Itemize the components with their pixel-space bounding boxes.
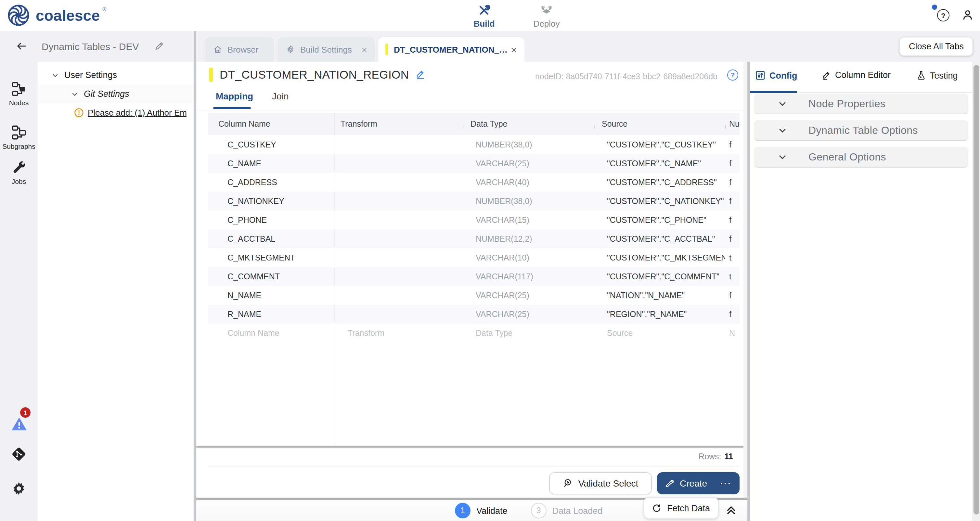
- cell-data-type: VARCHAR(10): [463, 253, 594, 262]
- tab-config[interactable]: Config: [755, 70, 797, 81]
- cell-column-name: C_ACCTBAL: [208, 234, 335, 243]
- rail-label-subgraphs: Subgraphs: [2, 142, 35, 150]
- node-id-label: nodeID: 8a05d740-711f-4ce3-bbc2-689a8ed2…: [535, 72, 718, 81]
- back-arrow-icon[interactable]: [16, 40, 27, 52]
- account-icon[interactable]: [961, 8, 974, 21]
- accordion-node-properties[interactable]: Node Properties: [754, 94, 968, 114]
- collapse-double-chevron-icon[interactable]: [725, 504, 737, 516]
- settings-gear-icon[interactable]: [10, 480, 27, 497]
- tree-item-git-settings[interactable]: Git Settings: [38, 84, 194, 103]
- validate-select-button[interactable]: Validate Select: [549, 472, 652, 494]
- table-row[interactable]: C_ACCTBAL NUMBER(12,2) "CUSTOMER"."C_ACC…: [208, 229, 740, 248]
- accordion-dynamic-table-options-label: Dynamic Table Options: [808, 124, 918, 136]
- coalesce-app: coalesce ® Build Deploy: [0, 0, 980, 521]
- fetch-data-label: Fetch Data: [667, 503, 710, 513]
- chevron-down-icon[interactable]: [51, 71, 59, 79]
- git-settings-label: Git Settings: [84, 89, 129, 99]
- subgraphs-icon: [11, 125, 27, 140]
- header-transform: Transform: [335, 119, 463, 129]
- rail-item-jobs[interactable]: Jobs: [0, 160, 38, 185]
- create-options-ellipsis[interactable]: ···: [721, 478, 732, 488]
- accordion-dynamic-table-options[interactable]: Dynamic Table Options: [754, 120, 968, 141]
- cell-source: "CUSTOMER"."C_ACCTBAL": [594, 234, 725, 243]
- column-resize-divider[interactable]: [335, 113, 335, 446]
- new-column-placeholder-row[interactable]: Column Name Transform Data Type Source N: [208, 324, 740, 342]
- tree-item-user-settings[interactable]: User Settings: [38, 66, 194, 84]
- fetch-data-button[interactable]: Fetch Data: [643, 497, 719, 519]
- edit-title-pencil-icon[interactable]: [415, 70, 426, 80]
- step-validate-badge: 1: [455, 503, 471, 518]
- right-panel-divider[interactable]: [747, 62, 750, 521]
- close-all-tabs-button[interactable]: Close All Tabs: [900, 37, 973, 56]
- tab-join[interactable]: Join: [272, 91, 288, 101]
- cell-nullable: f: [725, 159, 740, 168]
- wrench-icon: [665, 478, 675, 488]
- placeholder-column-name[interactable]: Column Name: [208, 329, 335, 337]
- cell-column-name: C_NATIONKEY: [208, 197, 335, 206]
- help-icon[interactable]: ?: [937, 9, 950, 21]
- error-count-badge: 1: [20, 407, 30, 418]
- deploy-label: Deploy: [533, 19, 560, 29]
- placeholder-nullable[interactable]: N: [725, 329, 740, 337]
- tab-dt-customer-nation[interactable]: DT_CUSTOMER_NATION_… ×: [378, 37, 525, 62]
- accordion-general-options[interactable]: General Options: [754, 147, 968, 168]
- tab-column-editor[interactable]: Column Editor: [821, 70, 891, 80]
- table-row[interactable]: C_ADDRESS VARCHAR(40) "CUSTOMER"."C_ADDR…: [208, 173, 740, 192]
- cell-data-type: NUMBER(12,2): [463, 234, 594, 243]
- workspace-edit-pencil-icon[interactable]: [155, 41, 164, 51]
- nav-deploy[interactable]: Deploy: [526, 3, 567, 29]
- table-row[interactable]: R_NAME VARCHAR(25) "REGION"."R_NAME" f: [208, 305, 740, 324]
- jobs-wrench-icon: [11, 160, 26, 175]
- close-icon[interactable]: ×: [361, 44, 367, 55]
- chevron-down-icon[interactable]: [71, 90, 79, 98]
- nav-build[interactable]: Build: [463, 3, 505, 29]
- create-button[interactable]: Create ···: [657, 472, 740, 494]
- rail-item-subgraphs[interactable]: Subgraphs: [0, 125, 38, 150]
- git-icon[interactable]: [10, 446, 27, 462]
- rows-count-bar: Rows: 11: [208, 448, 740, 467]
- problems-triangle-icon[interactable]: [11, 416, 27, 431]
- step-data-loaded-badge: 3: [531, 503, 547, 518]
- placeholder-data-type[interactable]: Data Type: [463, 329, 594, 337]
- page-scrollbar[interactable]: [972, 62, 980, 521]
- tab-testing-label: Testing: [930, 70, 958, 80]
- page-scrollbar-thumb[interactable]: [973, 65, 979, 515]
- config-panel: Config Column Editor Testing: [750, 62, 972, 521]
- tab-mapping[interactable]: Mapping: [216, 91, 253, 101]
- create-label: Create: [680, 478, 707, 489]
- author-warning-link[interactable]: Please add: (1) Author Em: [88, 108, 187, 118]
- cell-data-type: VARCHAR(40): [463, 178, 594, 187]
- cell-nullable: f: [725, 215, 740, 224]
- table-row[interactable]: C_NATIONKEY NUMBER(38,0) "CUSTOMER"."C_N…: [208, 192, 740, 210]
- tab-browser[interactable]: Browser: [205, 37, 274, 62]
- editor-vertical-scrollbar[interactable]: [743, 62, 747, 521]
- cell-nullable: f: [725, 140, 740, 149]
- close-icon[interactable]: ×: [511, 44, 517, 55]
- rail-item-nodes[interactable]: Nodes: [0, 81, 38, 106]
- table-row[interactable]: C_CUSTKEY NUMBER(38,0) "CUSTOMER"."C_CUS…: [208, 135, 740, 154]
- coalesce-logo[interactable]: coalesce ®: [6, 3, 106, 28]
- rail-label-nodes: Nodes: [9, 99, 29, 106]
- tree-item-author-warning[interactable]: Please add: (1) Author Em: [38, 103, 194, 122]
- placeholder-source[interactable]: Source: [594, 329, 725, 337]
- rail-label-jobs: Jobs: [12, 177, 26, 185]
- chevron-down-icon: [778, 152, 787, 161]
- left-panel-divider[interactable]: [194, 31, 196, 521]
- build-label: Build: [474, 19, 495, 29]
- tab-build-settings[interactable]: Build Settings ×: [277, 37, 375, 62]
- table-row[interactable]: C_MKTSEGMENT VARCHAR(10) "CUSTOMER"."C_M…: [208, 248, 740, 267]
- cell-column-name: C_ADDRESS: [208, 178, 335, 187]
- tab-testing[interactable]: Testing: [916, 70, 958, 81]
- table-row[interactable]: C_PHONE VARCHAR(15) "CUSTOMER"."C_PHONE"…: [208, 210, 740, 229]
- header-column-name: Column Name: [208, 119, 335, 129]
- cell-nullable: f: [725, 234, 740, 243]
- placeholder-transform[interactable]: Transform: [335, 329, 463, 337]
- table-row[interactable]: N_NAME VARCHAR(25) "NATION"."N_NAME" f: [208, 286, 740, 305]
- table-row[interactable]: C_NAME VARCHAR(25) "CUSTOMER"."C_NAME" f: [208, 154, 740, 173]
- step-validate-label: Validate: [476, 506, 508, 515]
- chevron-down-icon: [778, 99, 787, 108]
- table-row[interactable]: C_COMMENT VARCHAR(117) "CUSTOMER"."C_COM…: [208, 267, 740, 286]
- node-help-icon[interactable]: ?: [727, 70, 738, 81]
- cell-data-type: VARCHAR(25): [463, 159, 594, 168]
- gear-outline-icon: [286, 45, 295, 54]
